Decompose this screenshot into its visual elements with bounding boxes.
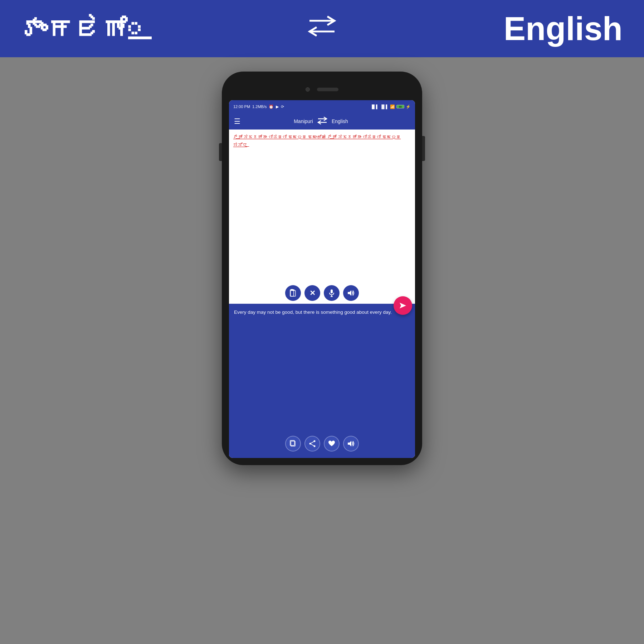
clear-button[interactable]: ✕ [304, 285, 320, 301]
banner-target-lang: English [504, 10, 623, 48]
clear-icon: ✕ [309, 289, 316, 297]
background-area: 12:00 PM 1.2MB/s ⏰ ▶ ⟳ ▐▌▌ ▐▌▌ 📶 88 ⚡ [0, 57, 644, 644]
svg-rect-4 [331, 289, 333, 293]
svg-line-15 [310, 444, 314, 446]
svg-rect-0 [291, 291, 296, 296]
speaker-button-output[interactable] [343, 436, 359, 452]
status-time: 12:00 PM [233, 104, 250, 109]
power-button[interactable] [422, 136, 425, 161]
wifi-icon: 📶 [390, 104, 395, 109]
charging-icon: ⚡ [406, 104, 411, 109]
phone-earpiece [317, 88, 338, 91]
volume-button[interactable] [219, 143, 222, 161]
svg-line-14 [310, 441, 314, 444]
source-language-label[interactable]: Manipuri [294, 118, 313, 124]
input-action-buttons: ✕ [229, 282, 415, 304]
signal-icon: ▐▌▌ [370, 104, 379, 109]
send-button[interactable] [394, 296, 412, 315]
svg-rect-3 [291, 289, 293, 291]
svg-marker-8 [400, 303, 406, 308]
translation-output-area: Every day may not be good, but there is … [229, 304, 415, 458]
status-bar: 12:00 PM 1.2MB/s ⏰ ▶ ⟳ ▐▌▌ ▐▌▌ 📶 88 ⚡ [229, 100, 415, 113]
source-text-display[interactable]: ꯇꯥ꯭ꯒꯤ ꯍꯥꯏꯕꯒꯤꯗꯦ ꯁꯤꯊꯥꯡꯁꯤ ꯑꯃꯁꯨꯡ ꯑꯃꯦꯔꯤꯀꯥ ꯇꯥ꯭… [233, 133, 411, 149]
language-selector[interactable]: Manipuri English [294, 117, 348, 126]
phone-device: 12:00 PM 1.2MB/s ⏰ ▶ ⟳ ▐▌▌ ▐▌▌ 📶 88 ⚡ [222, 72, 422, 465]
output-action-buttons [234, 436, 410, 454]
status-left: 12:00 PM 1.2MB/s ⏰ ▶ ⟳ [233, 104, 284, 109]
microphone-button[interactable] [324, 285, 340, 301]
alarm-icon: ⏰ [269, 104, 274, 109]
svg-marker-16 [348, 441, 351, 447]
speaker-button-input[interactable] [343, 285, 359, 301]
phone-screen: 12:00 PM 1.2MB/s ⏰ ▶ ⟳ ▐▌▌ ▐▌▌ 📶 88 ⚡ [229, 100, 415, 458]
swap-languages-button[interactable] [317, 117, 327, 126]
sync-icon: ⟳ [281, 104, 284, 109]
status-speed: 1.2MB/s [252, 104, 267, 109]
app-toolbar: ☰ Manipuri English [229, 113, 415, 130]
target-language-label[interactable]: English [332, 118, 348, 124]
front-camera [306, 87, 310, 92]
signal-icon2: ▐▌▌ [380, 104, 389, 109]
banner-source-lang: ꯇꯦꯝꯐꯥꯒꯤ꯭꯭ [21, 14, 140, 43]
status-right: ▐▌▌ ▐▌▌ 📶 88 ⚡ [370, 104, 411, 109]
source-input-area[interactable]: ꯇꯥ꯭ꯒꯤ ꯍꯥꯏꯕꯒꯤꯗꯦ ꯁꯤꯊꯥꯡꯁꯤ ꯑꯃꯁꯨꯡ ꯑꯃꯦꯔꯤꯀꯥ ꯇꯥ꯭… [229, 130, 415, 282]
play-icon: ▶ [276, 104, 279, 109]
menu-button[interactable]: ☰ [234, 117, 240, 126]
share-button[interactable] [304, 436, 320, 452]
favorite-button[interactable] [324, 436, 340, 452]
phone-top-bezel [229, 79, 415, 100]
banner-swap-icon[interactable] [306, 14, 338, 44]
battery-icon: 88 [396, 105, 404, 108]
translated-text-display: Every day may not be good, but there is … [234, 309, 410, 316]
clipboard-button[interactable] [285, 285, 301, 301]
copy-output-button[interactable] [285, 436, 301, 452]
svg-marker-7 [348, 290, 351, 296]
top-banner: ꯇꯦꯝꯐꯥꯒꯤ꯭꯭ English [0, 0, 644, 57]
